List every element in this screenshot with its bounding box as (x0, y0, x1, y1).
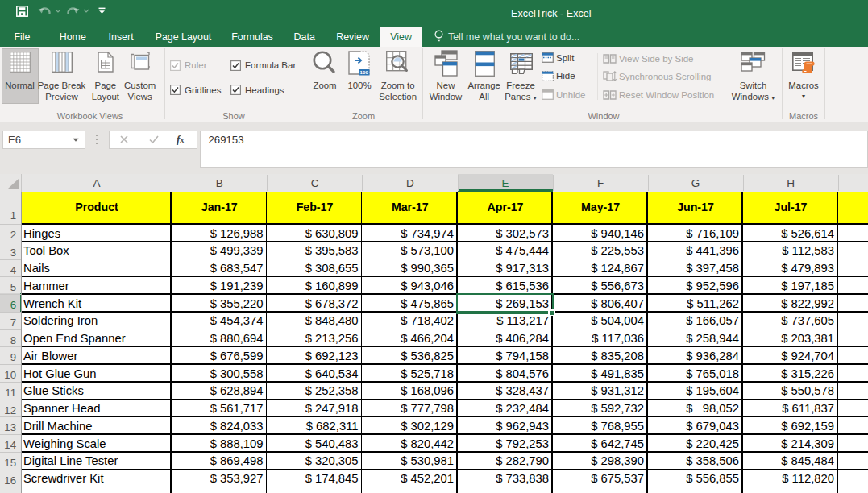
svg-text:100: 100 (360, 69, 369, 75)
